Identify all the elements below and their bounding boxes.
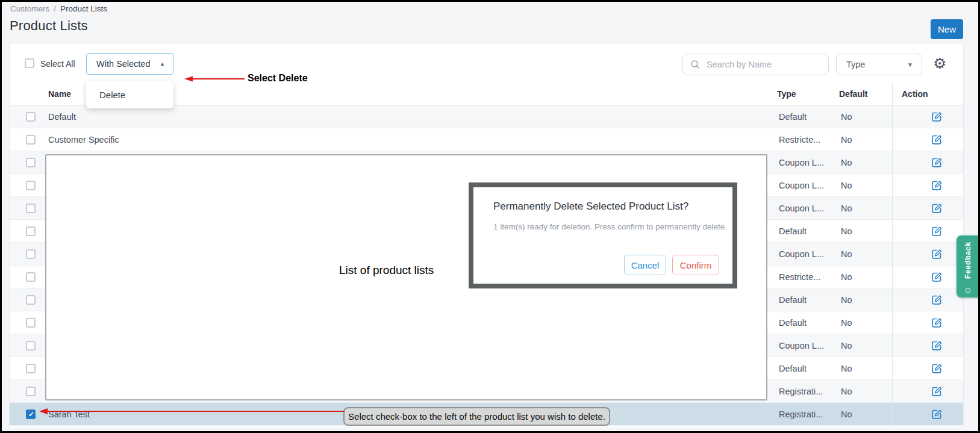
row-name: Default — [36, 112, 777, 122]
row-action-cell — [892, 151, 963, 173]
edit-icon[interactable] — [931, 408, 943, 420]
overlay-box-label: List of product lists — [339, 264, 434, 277]
row-type: Default — [777, 295, 839, 305]
screenshot-frame: Customers/Product Lists Product Lists Ne… — [0, 0, 980, 433]
select-all-checkbox[interactable] — [25, 58, 34, 68]
gear-icon[interactable]: ⚙ — [933, 56, 946, 71]
row-type: Registrati... — [777, 387, 839, 396]
delete-confirmation-modal: Permanently Delete Selected Product List… — [469, 182, 737, 288]
row-checkbox[interactable] — [26, 364, 36, 373]
edit-icon[interactable] — [931, 317, 943, 329]
column-header-action: Action — [892, 83, 963, 105]
row-checkbox-cell — [10, 295, 36, 305]
column-header-default: Default — [839, 89, 892, 99]
edit-icon[interactable] — [931, 202, 943, 214]
breadcrumb-product-lists: Product Lists — [60, 4, 107, 13]
search-input[interactable] — [705, 59, 821, 70]
row-checkbox[interactable] — [26, 272, 36, 282]
edit-icon[interactable] — [931, 340, 943, 352]
row-action-cell — [892, 105, 963, 128]
edit-icon[interactable] — [931, 271, 943, 283]
page-title: Product Lists — [10, 18, 88, 34]
cancel-button[interactable]: Cancel — [624, 255, 666, 275]
row-default: No — [839, 135, 892, 145]
row-default: No — [839, 204, 892, 213]
type-filter-label: Type — [846, 60, 865, 69]
row-checkbox[interactable] — [26, 112, 36, 122]
row-action-cell — [892, 243, 963, 265]
modal-actions: Cancel Confirm — [624, 255, 719, 275]
row-default: No — [839, 181, 892, 190]
row-action-cell — [892, 197, 963, 219]
row-type: Coupon L... — [777, 181, 839, 190]
select-all-label: Select All — [40, 59, 75, 69]
row-checkbox-cell — [10, 158, 36, 167]
feedback-tab[interactable]: Feedback ☺ — [957, 235, 979, 297]
feedback-tab-label: Feedback — [957, 238, 979, 282]
row-checkbox-cell — [10, 272, 36, 282]
search-icon — [690, 60, 700, 69]
select-delete-annotation: Select Delete — [248, 73, 308, 84]
row-action-cell — [892, 266, 963, 288]
with-selected-menu: Delete — [86, 81, 173, 108]
table-row: Customer Specific Restricte... No — [10, 128, 963, 151]
row-action-cell — [892, 380, 963, 402]
row-checkbox-cell — [10, 181, 36, 190]
row-checkbox[interactable] — [26, 295, 36, 305]
table-row: Default Default No — [10, 105, 963, 128]
row-default: No — [839, 410, 892, 419]
edit-icon[interactable] — [931, 134, 943, 146]
row-checkbox[interactable] — [26, 341, 36, 350]
row-action-cell — [892, 403, 963, 425]
with-selected-dropdown-button[interactable]: With Selected ▲ — [86, 53, 173, 75]
row-checkbox[interactable] — [26, 226, 36, 236]
row-checkbox-cell — [10, 204, 36, 213]
row-action-cell — [892, 128, 963, 151]
edit-icon[interactable] — [931, 157, 943, 169]
edit-icon[interactable] — [931, 225, 943, 237]
new-button[interactable]: New — [931, 19, 963, 39]
row-default: No — [839, 249, 892, 259]
row-default: No — [839, 364, 892, 373]
type-filter-dropdown[interactable]: Type ▼ — [836, 54, 922, 75]
smiley-icon: ☺ — [957, 285, 979, 295]
row-checkbox[interactable] — [26, 410, 36, 419]
search-box — [682, 54, 829, 75]
row-checkbox[interactable] — [26, 318, 36, 328]
breadcrumb-customers[interactable]: Customers — [10, 4, 49, 13]
with-selected-label: With Selected — [96, 59, 150, 69]
menu-item-delete[interactable]: Delete — [99, 90, 125, 100]
edit-icon[interactable] — [931, 111, 943, 123]
row-type: Default — [777, 364, 839, 373]
row-checkbox[interactable] — [26, 158, 36, 167]
edit-icon[interactable] — [931, 294, 943, 306]
edit-icon[interactable] — [931, 179, 943, 192]
row-default: No — [839, 158, 892, 167]
row-checkbox[interactable] — [26, 249, 36, 259]
row-checkbox-cell — [10, 135, 36, 145]
modal-title: Permanently Delete Selected Product List… — [493, 201, 688, 213]
row-name: Customer Specific — [36, 135, 777, 145]
row-checkbox[interactable] — [26, 135, 36, 145]
edit-icon[interactable] — [931, 385, 943, 397]
row-type: Restricte... — [777, 135, 839, 145]
row-default: No — [839, 318, 892, 328]
row-action-cell — [892, 334, 963, 357]
chevron-up-icon: ▲ — [160, 61, 165, 67]
row-type: Registrati... — [777, 410, 839, 419]
row-checkbox[interactable] — [26, 181, 36, 190]
row-checkbox-cell — [10, 318, 36, 328]
row-default: No — [839, 226, 892, 236]
row-checkbox-cell — [10, 249, 36, 259]
edit-icon[interactable] — [931, 248, 943, 260]
row-checkbox-cell — [10, 410, 36, 419]
edit-icon[interactable] — [931, 363, 943, 375]
row-type: Default — [777, 226, 839, 236]
row-type: Coupon L... — [777, 341, 839, 350]
breadcrumb: Customers/Product Lists — [10, 4, 107, 13]
row-checkbox[interactable] — [26, 204, 36, 213]
row-checkbox[interactable] — [26, 387, 36, 396]
row-type: Coupon L... — [777, 158, 839, 167]
confirm-button[interactable]: Confirm — [672, 255, 719, 275]
chevron-down-icon: ▼ — [907, 61, 913, 68]
